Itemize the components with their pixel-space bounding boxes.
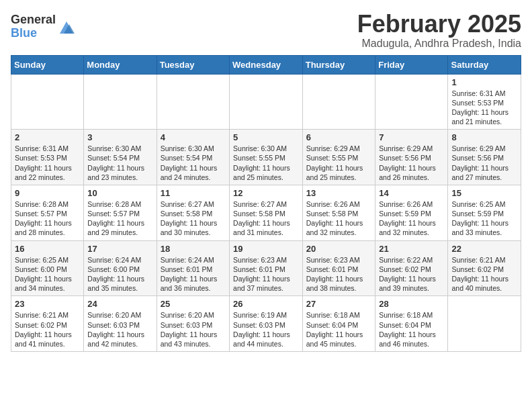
calendar-header-wednesday: Wednesday [230,55,303,74]
day-number: 13 [306,188,371,198]
calendar-week-row: 2Sunrise: 6:31 AM Sunset: 5:53 PM Daylig… [11,130,521,185]
page-header: General Blue February 2025 Madugula, And… [11,11,521,50]
calendar-cell: 25Sunrise: 6:20 AM Sunset: 6:03 PM Dayli… [157,296,229,352]
day-info: Sunrise: 6:23 AM Sunset: 6:01 PM Dayligh… [233,255,299,293]
day-info: Sunrise: 6:30 AM Sunset: 5:54 PM Dayligh… [87,144,152,182]
calendar-cell: 18Sunrise: 6:24 AM Sunset: 6:01 PM Dayli… [157,240,229,296]
calendar-cell: 6Sunrise: 6:29 AM Sunset: 5:55 PM Daylig… [302,130,375,185]
logo: General Blue [11,13,76,40]
day-number: 10 [87,188,152,198]
calendar-cell [302,74,375,130]
calendar-cell: 5Sunrise: 6:30 AM Sunset: 5:55 PM Daylig… [230,130,303,185]
calendar-cell: 9Sunrise: 6:28 AM Sunset: 5:57 PM Daylig… [11,185,84,240]
day-info: Sunrise: 6:21 AM Sunset: 6:02 PM Dayligh… [451,255,517,293]
calendar-cell [448,296,521,352]
day-info: Sunrise: 6:21 AM Sunset: 6:02 PM Dayligh… [15,310,80,349]
calendar-header-row: SundayMondayTuesdayWednesdayThursdayFrid… [11,55,521,74]
day-number: 15 [451,188,517,198]
calendar-cell: 1Sunrise: 6:31 AM Sunset: 5:53 PM Daylig… [448,74,521,130]
logo-icon [57,17,76,36]
calendar-cell: 8Sunrise: 6:29 AM Sunset: 5:56 PM Daylig… [448,130,521,185]
calendar-cell: 20Sunrise: 6:23 AM Sunset: 6:01 PM Dayli… [302,240,375,296]
day-number: 22 [451,244,517,254]
calendar-week-row: 23Sunrise: 6:21 AM Sunset: 6:02 PM Dayli… [11,296,521,352]
day-info: Sunrise: 6:31 AM Sunset: 5:53 PM Dayligh… [15,144,80,182]
calendar-cell: 22Sunrise: 6:21 AM Sunset: 6:02 PM Dayli… [448,240,521,296]
calendar-cell [375,74,448,130]
calendar-week-row: 1Sunrise: 6:31 AM Sunset: 5:53 PM Daylig… [11,74,521,130]
calendar-cell: 12Sunrise: 6:27 AM Sunset: 5:58 PM Dayli… [230,185,303,240]
calendar-header-tuesday: Tuesday [157,55,229,74]
day-number: 17 [87,244,152,254]
day-number: 25 [161,299,226,309]
logo-general-text: General [11,13,56,27]
calendar-cell: 15Sunrise: 6:25 AM Sunset: 5:59 PM Dayli… [448,185,521,240]
day-number: 20 [306,244,371,254]
subtitle: Madugula, Andhra Pradesh, India [357,38,521,50]
calendar-cell [11,74,84,130]
calendar-cell: 14Sunrise: 6:26 AM Sunset: 5:59 PM Dayli… [375,185,448,240]
calendar-header-saturday: Saturday [448,55,521,74]
title-section: February 2025 Madugula, Andhra Pradesh, … [357,11,521,50]
day-info: Sunrise: 6:20 AM Sunset: 6:03 PM Dayligh… [87,310,152,349]
day-info: Sunrise: 6:28 AM Sunset: 5:57 PM Dayligh… [15,199,80,238]
calendar-cell: 13Sunrise: 6:26 AM Sunset: 5:58 PM Dayli… [302,185,375,240]
day-info: Sunrise: 6:20 AM Sunset: 6:03 PM Dayligh… [161,310,226,349]
day-number: 11 [161,188,226,198]
calendar-cell: 19Sunrise: 6:23 AM Sunset: 6:01 PM Dayli… [230,240,303,296]
calendar-header-sunday: Sunday [11,55,84,74]
day-number: 16 [15,244,80,254]
calendar-cell: 2Sunrise: 6:31 AM Sunset: 5:53 PM Daylig… [11,130,84,185]
calendar-cell: 3Sunrise: 6:30 AM Sunset: 5:54 PM Daylig… [84,130,157,185]
day-info: Sunrise: 6:26 AM Sunset: 5:58 PM Dayligh… [306,199,371,238]
day-number: 27 [306,299,371,309]
day-info: Sunrise: 6:29 AM Sunset: 5:56 PM Dayligh… [451,144,517,182]
main-title: February 2025 [357,11,521,38]
day-info: Sunrise: 6:24 AM Sunset: 6:00 PM Dayligh… [87,255,152,293]
day-number: 14 [379,188,444,198]
day-info: Sunrise: 6:24 AM Sunset: 6:01 PM Dayligh… [161,255,226,293]
day-info: Sunrise: 6:30 AM Sunset: 5:54 PM Dayligh… [161,144,226,182]
calendar-cell: 23Sunrise: 6:21 AM Sunset: 6:02 PM Dayli… [11,296,84,352]
calendar-cell [230,74,303,130]
calendar-cell: 28Sunrise: 6:18 AM Sunset: 6:04 PM Dayli… [375,296,448,352]
day-info: Sunrise: 6:25 AM Sunset: 6:00 PM Dayligh… [15,255,80,293]
day-info: Sunrise: 6:27 AM Sunset: 5:58 PM Dayligh… [233,199,299,238]
day-number: 4 [161,132,226,142]
day-info: Sunrise: 6:29 AM Sunset: 5:56 PM Dayligh… [379,144,444,182]
day-number: 9 [15,188,80,198]
day-number: 24 [87,299,152,309]
day-info: Sunrise: 6:31 AM Sunset: 5:53 PM Dayligh… [451,89,517,127]
day-number: 1 [451,77,517,87]
day-number: 19 [233,244,299,254]
calendar-table: SundayMondayTuesdayWednesdayThursdayFrid… [11,55,521,352]
day-number: 6 [306,132,371,142]
calendar-header-friday: Friday [375,55,448,74]
day-info: Sunrise: 6:18 AM Sunset: 6:04 PM Dayligh… [379,310,444,349]
calendar-cell: 7Sunrise: 6:29 AM Sunset: 5:56 PM Daylig… [375,130,448,185]
calendar-cell: 4Sunrise: 6:30 AM Sunset: 5:54 PM Daylig… [157,130,229,185]
day-number: 2 [15,132,80,142]
calendar-week-row: 9Sunrise: 6:28 AM Sunset: 5:57 PM Daylig… [11,185,521,240]
day-info: Sunrise: 6:30 AM Sunset: 5:55 PM Dayligh… [233,144,299,182]
calendar-cell: 16Sunrise: 6:25 AM Sunset: 6:00 PM Dayli… [11,240,84,296]
day-number: 3 [87,132,152,142]
day-info: Sunrise: 6:28 AM Sunset: 5:57 PM Dayligh… [87,199,152,238]
calendar-cell: 27Sunrise: 6:18 AM Sunset: 6:04 PM Dayli… [302,296,375,352]
day-number: 7 [379,132,444,142]
day-info: Sunrise: 6:27 AM Sunset: 5:58 PM Dayligh… [161,199,226,238]
calendar-cell: 11Sunrise: 6:27 AM Sunset: 5:58 PM Dayli… [157,185,229,240]
calendar-header-monday: Monday [84,55,157,74]
calendar-cell: 26Sunrise: 6:19 AM Sunset: 6:03 PM Dayli… [230,296,303,352]
day-info: Sunrise: 6:18 AM Sunset: 6:04 PM Dayligh… [306,310,371,349]
day-number: 23 [15,299,80,309]
day-number: 8 [451,132,517,142]
day-number: 5 [233,132,299,142]
calendar-cell: 17Sunrise: 6:24 AM Sunset: 6:00 PM Dayli… [84,240,157,296]
day-info: Sunrise: 6:26 AM Sunset: 5:59 PM Dayligh… [379,199,444,238]
day-info: Sunrise: 6:22 AM Sunset: 6:02 PM Dayligh… [379,255,444,293]
day-info: Sunrise: 6:23 AM Sunset: 6:01 PM Dayligh… [306,255,371,293]
day-info: Sunrise: 6:19 AM Sunset: 6:03 PM Dayligh… [233,310,299,349]
day-info: Sunrise: 6:25 AM Sunset: 5:59 PM Dayligh… [451,199,517,238]
day-number: 26 [233,299,299,309]
